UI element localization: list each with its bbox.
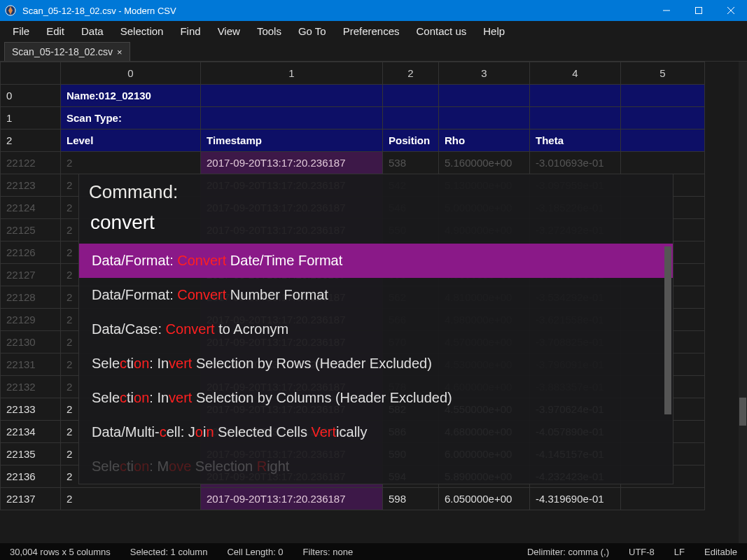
cell[interactable]: 22134 [1, 421, 61, 443]
cell[interactable]: 598 [383, 488, 439, 510]
menu-contact[interactable]: Contact us [408, 22, 475, 40]
cell[interactable]: Position [383, 130, 439, 152]
menu-data[interactable]: Data [73, 22, 112, 40]
status-delimiter: Delimiter: comma (,) [517, 547, 619, 557]
command-item[interactable]: Selection: Move Selection Right [79, 449, 673, 484]
cell[interactable] [383, 85, 439, 107]
cell[interactable] [383, 107, 439, 130]
cell[interactable]: 2 [1, 130, 61, 152]
command-label: Command: [79, 174, 673, 206]
cell[interactable]: 22136 [1, 465, 61, 488]
close-button[interactable] [715, 0, 747, 21]
cell[interactable] [621, 488, 705, 510]
cell[interactable] [439, 107, 530, 130]
cell[interactable]: 22126 [1, 241, 61, 264]
cell[interactable]: Timestamp [201, 130, 383, 152]
menu-find[interactable]: Find [172, 22, 209, 40]
command-item[interactable]: Data/Format: Convert Date/Time Format [79, 244, 673, 278]
command-item[interactable]: Data/Multi-cell: Join Selected Cells Ver… [79, 415, 673, 449]
command-item[interactable]: Data/Format: Convert Number Format [79, 278, 673, 312]
cell[interactable] [621, 107, 705, 130]
titlebar: Scan_05-12-18_02.csv - Modern CSV [0, 0, 747, 21]
command-item[interactable]: Data/Case: Convert to Acronym [79, 312, 673, 346]
svg-rect-2 [696, 8, 702, 14]
table-row[interactable]: 2212222017-09-20T13:17:20.2361875385.160… [1, 152, 705, 174]
file-tab[interactable]: Scan_05-12-18_02.csv × [4, 42, 130, 61]
cell[interactable] [439, 85, 530, 107]
cell[interactable]: 22129 [1, 309, 61, 331]
col-header-5[interactable]: 5 [621, 62, 705, 85]
cell[interactable]: 22125 [1, 219, 61, 241]
cell[interactable]: 2 [61, 488, 201, 510]
cell[interactable]: 5.160000e+00 [439, 152, 530, 174]
cell[interactable]: 22133 [1, 398, 61, 421]
table-row[interactable]: 2LevelTimestampPositionRhoTheta [1, 130, 705, 152]
window-controls [650, 0, 747, 21]
cell[interactable]: 2 [61, 152, 201, 174]
menu-edit[interactable]: Edit [38, 22, 73, 40]
cell[interactable]: 22137 [1, 488, 61, 510]
cell[interactable]: 22135 [1, 443, 61, 465]
tab-label: Scan_05-12-18_02.csv [12, 46, 113, 57]
status-editable: Editable [694, 547, 747, 557]
cell[interactable] [201, 107, 383, 130]
cell[interactable]: 22130 [1, 331, 61, 354]
tabbar: Scan_05-12-18_02.csv × [0, 41, 747, 62]
table-row[interactable]: 1Scan Type: [1, 107, 705, 130]
cell[interactable]: 1 [1, 107, 61, 130]
cell[interactable]: Scan Type: [61, 107, 201, 130]
cell[interactable]: 2017-09-20T13:17:20.236187 [201, 152, 383, 174]
cell[interactable]: 22132 [1, 376, 61, 398]
cell[interactable]: Theta [530, 130, 621, 152]
cell[interactable]: 22131 [1, 354, 61, 376]
status-rowcount: 30,004 rows x 5 columns [0, 547, 120, 557]
maximize-button[interactable] [683, 0, 715, 21]
menu-selection[interactable]: Selection [112, 22, 172, 40]
minimize-button[interactable] [650, 0, 683, 21]
menu-tools[interactable]: Tools [249, 22, 290, 40]
menu-help[interactable]: Help [475, 22, 513, 40]
table-row[interactable]: 2213722017-09-20T13:17:20.2361875986.050… [1, 488, 705, 510]
col-header-2[interactable]: 2 [383, 62, 439, 85]
scrollbar-thumb[interactable] [739, 398, 746, 426]
col-header-0[interactable]: 0 [61, 62, 201, 85]
command-scrollbar[interactable] [664, 246, 671, 414]
cell[interactable]: -4.319690e-01 [530, 488, 621, 510]
cell[interactable]: 22122 [1, 152, 61, 174]
command-input[interactable] [79, 206, 673, 244]
cell[interactable]: 22124 [1, 197, 61, 219]
cell[interactable]: 2017-09-20T13:17:20.236187 [201, 488, 383, 510]
col-header-1[interactable]: 1 [201, 62, 383, 85]
cell[interactable]: 0 [1, 85, 61, 107]
menu-file[interactable]: File [4, 22, 38, 40]
cell[interactable] [621, 85, 705, 107]
status-filters: Filters: none [293, 547, 363, 557]
corner-cell[interactable] [1, 62, 61, 85]
cell[interactable] [530, 85, 621, 107]
cell[interactable]: 6.050000e+00 [439, 488, 530, 510]
menu-preferences[interactable]: Preferences [335, 22, 408, 40]
col-header-4[interactable]: 4 [530, 62, 621, 85]
menu-goto[interactable]: Go To [290, 22, 335, 40]
command-item[interactable]: Selection: Invert Selection by Columns (… [79, 381, 673, 415]
cell[interactable]: 538 [383, 152, 439, 174]
cell[interactable]: 22128 [1, 286, 61, 309]
cell[interactable]: Rho [439, 130, 530, 152]
cell[interactable]: Name:012_02130 [61, 85, 201, 107]
col-header-3[interactable]: 3 [439, 62, 530, 85]
cell[interactable]: 22123 [1, 174, 61, 197]
tab-close-icon[interactable]: × [117, 47, 123, 57]
table-row[interactable]: 0Name:012_02130 [1, 85, 705, 107]
cell[interactable] [621, 152, 705, 174]
cell[interactable] [621, 130, 705, 152]
menu-view[interactable]: View [209, 22, 249, 40]
vertical-scrollbar[interactable] [739, 62, 747, 543]
command-item[interactable]: Selection: Invert Selection by Rows (Hea… [79, 346, 673, 381]
cell[interactable]: -3.010693e-01 [530, 152, 621, 174]
cell[interactable] [530, 107, 621, 130]
cell[interactable]: Level [61, 130, 201, 152]
command-palette: Command: Data/Format: Convert Date/Time … [78, 174, 673, 484]
status-celllen: Cell Length: 0 [217, 547, 293, 557]
cell[interactable]: 22127 [1, 264, 61, 286]
cell[interactable] [201, 85, 383, 107]
